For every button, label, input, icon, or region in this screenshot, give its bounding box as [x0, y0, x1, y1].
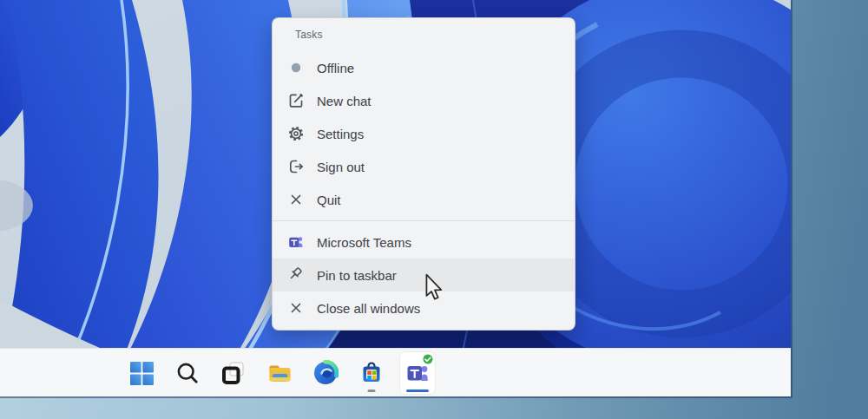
menu-item-settings[interactable]: Settings	[273, 117, 575, 150]
menu-divider	[273, 220, 575, 221]
task-view-icon	[220, 360, 247, 386]
menu-item-offline[interactable]: Offline	[273, 51, 575, 84]
edge-icon	[312, 360, 339, 386]
file-explorer-button[interactable]	[262, 352, 297, 394]
sign-out-icon	[286, 158, 306, 175]
menu-item-label: Offline	[317, 61, 354, 75]
menu-item-label: Sign out	[317, 160, 365, 174]
menu-item-quit[interactable]: Quit	[273, 183, 575, 216]
teams-button[interactable]	[400, 352, 435, 394]
close-x-icon	[286, 191, 306, 208]
start-button[interactable]	[124, 352, 159, 394]
taskbar	[0, 348, 791, 396]
search-icon	[174, 360, 201, 386]
menu-item-label: Settings	[317, 127, 364, 141]
menu-item-label: Close all windows	[317, 301, 420, 316]
store-icon	[358, 360, 385, 386]
edge-button[interactable]	[308, 352, 343, 394]
menu-item-label: New chat	[317, 94, 372, 108]
offline-status-dot-icon	[286, 59, 306, 76]
menu-item-label: Pin to taskbar	[317, 268, 397, 283]
available-check-badge	[422, 353, 434, 365]
search-button[interactable]	[170, 352, 205, 394]
menu-item-microsoft-teams[interactable]: Microsoft Teams	[273, 226, 575, 259]
menu-item-sign-out[interactable]: Sign out	[273, 150, 575, 183]
new-chat-icon	[286, 92, 306, 109]
running-indicator	[368, 390, 376, 392]
settings-gear-icon	[286, 125, 306, 142]
pin-icon	[286, 266, 306, 284]
store-button[interactable]	[354, 352, 389, 394]
active-indicator	[406, 390, 429, 392]
menu-item-new-chat[interactable]: New chat	[273, 84, 575, 117]
mouse-cursor-arrow-icon	[423, 273, 445, 303]
teams-logo-icon	[286, 233, 306, 251]
menu-item-label: Microsoft Teams	[317, 235, 411, 250]
windows-logo-icon	[128, 360, 155, 386]
desktop-screenshot: Tasks Offline New chat	[0, 0, 792, 398]
folder-icon	[266, 360, 293, 386]
task-view-button[interactable]	[216, 352, 251, 394]
close-x-icon	[286, 299, 306, 317]
menu-item-label: Quit	[317, 193, 341, 207]
menu-section-title: Tasks	[273, 29, 575, 51]
